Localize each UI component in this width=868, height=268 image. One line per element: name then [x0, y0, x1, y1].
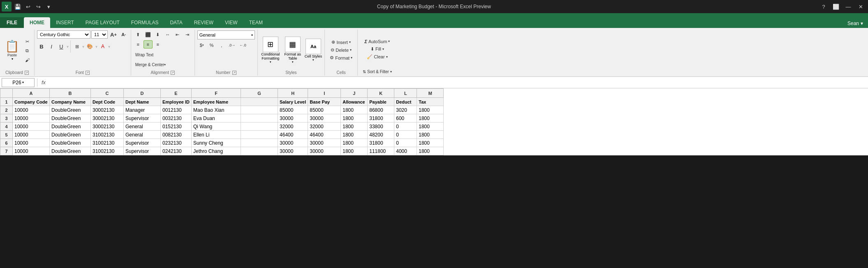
col-header-i[interactable]: I — [308, 89, 341, 98]
align-right-button[interactable]: ≡ — [153, 40, 162, 49]
cell-a6[interactable]: 10000 — [13, 139, 50, 147]
underline-button[interactable]: U — [57, 42, 66, 51]
restore-button[interactable]: ⬜ — [830, 1, 842, 12]
cell-j7[interactable]: 1800 — [341, 147, 368, 155]
cell-c2[interactable]: 30002130 — [91, 106, 124, 114]
paste-button[interactable]: 📋 Paste ▾ — [2, 39, 22, 62]
cell-j1[interactable]: Allowance — [341, 98, 368, 106]
tab-home[interactable]: HOME — [24, 17, 50, 28]
cell-j5[interactable]: 1800 — [341, 131, 368, 139]
col-header-g[interactable]: G — [241, 89, 278, 98]
cell-e3[interactable]: 0032130 — [161, 114, 192, 122]
cell-a3[interactable]: 10000 — [13, 114, 50, 122]
col-header-h[interactable]: H — [278, 89, 308, 98]
cell-j4[interactable]: 1800 — [341, 122, 368, 131]
insert-button[interactable]: ⊕ Insert ▾ — [329, 39, 353, 46]
tab-team[interactable]: TEAM — [243, 17, 269, 28]
cell-a2[interactable]: 10000 — [13, 106, 50, 114]
undo-button[interactable]: ↩ — [23, 2, 32, 11]
cell-e4[interactable]: 0152130 — [161, 122, 192, 131]
cell-h3[interactable]: 30000 — [278, 114, 308, 122]
decimal-increase-button[interactable]: .0→ — [227, 41, 237, 49]
align-middle-button[interactable]: ⬛ — [144, 30, 153, 39]
cell-b3[interactable]: DoubleGreen — [50, 114, 91, 122]
cell-a7[interactable]: 10000 — [13, 147, 50, 155]
cell-i3[interactable]: 30000 — [308, 114, 341, 122]
cell-f5[interactable]: Ellen Li — [192, 131, 241, 139]
cell-m2[interactable]: 1800 — [417, 106, 444, 114]
shrink-font-button[interactable]: A- — [119, 30, 128, 39]
cell-d2[interactable]: Manager — [124, 106, 161, 114]
col-header-b[interactable]: B — [50, 89, 91, 98]
cell-m1[interactable]: Tax — [417, 98, 444, 106]
col-header-f[interactable]: F — [192, 89, 241, 98]
dollar-button[interactable]: $ ▾ — [197, 41, 206, 49]
col-header-d[interactable]: D — [124, 89, 161, 98]
cell-g2[interactable] — [241, 106, 278, 114]
fill-button[interactable]: ⬇ Fill ▾ — [368, 46, 387, 53]
cell-h2[interactable]: 85000 — [278, 106, 308, 114]
cell-l1[interactable]: Deduct — [394, 98, 417, 106]
cell-i7[interactable]: 30000 — [308, 147, 341, 155]
cell-g7[interactable] — [241, 147, 278, 155]
font-color-button[interactable]: A — [98, 42, 107, 51]
align-center-button[interactable]: ≡ — [144, 40, 153, 49]
cell-m4[interactable]: 1800 — [417, 122, 444, 131]
cell-b1[interactable]: Company Name — [50, 98, 91, 106]
cell-h7[interactable]: 30000 — [278, 147, 308, 155]
cell-a5[interactable]: 10000 — [13, 131, 50, 139]
cell-k5[interactable]: 48200 — [368, 131, 394, 139]
col-header-l[interactable]: L — [394, 89, 417, 98]
cell-f6[interactable]: Sunny Cheng — [192, 139, 241, 147]
cell-h5[interactable]: 46400 — [278, 131, 308, 139]
row-number[interactable]: 6 — [0, 139, 13, 147]
cell-styles-button[interactable]: Aa Cell Styles ▾ — [305, 39, 322, 62]
help-button[interactable]: ? — [818, 1, 829, 12]
percent-button[interactable]: % — [207, 41, 216, 49]
align-top-button[interactable]: ⬆ — [134, 30, 143, 39]
cell-c4[interactable]: 30002130 — [91, 122, 124, 131]
cell-j3[interactable]: 1800 — [341, 114, 368, 122]
cell-g1[interactable] — [241, 98, 278, 106]
cell-j2[interactable]: 1800 — [341, 106, 368, 114]
decimal-decrease-button[interactable]: ←.0 — [238, 41, 248, 49]
cell-m3[interactable]: 1800 — [417, 114, 444, 122]
save-button[interactable]: 💾 — [13, 2, 22, 11]
format-button[interactable]: ⚙ Format ▾ — [327, 54, 355, 61]
cell-d3[interactable]: Supervisor — [124, 114, 161, 122]
cell-e7[interactable]: 0242130 — [161, 147, 192, 155]
cell-b2[interactable]: DoubleGreen — [50, 106, 91, 114]
cell-m5[interactable]: 1800 — [417, 131, 444, 139]
cell-b4[interactable]: DoubleGreen — [50, 122, 91, 131]
cell-b6[interactable]: DoubleGreen — [50, 139, 91, 147]
cell-k7[interactable]: 111800 — [368, 147, 394, 155]
delete-button[interactable]: ⊖ Delete ▾ — [328, 46, 354, 53]
format-painter-button[interactable]: 🖌 — [23, 56, 32, 64]
cell-d7[interactable]: Supervisor — [124, 147, 161, 155]
format-table-button[interactable]: ▦ Format as Table ▾ — [282, 37, 303, 64]
cell-g5[interactable] — [241, 131, 278, 139]
row-number[interactable]: 5 — [0, 131, 13, 139]
font-expand[interactable]: ↗ — [86, 71, 90, 75]
cell-e1[interactable]: Employee ID — [161, 98, 192, 106]
formula-input[interactable] — [49, 80, 866, 85]
minimize-button[interactable]: — — [843, 1, 854, 12]
conditional-formatting-button[interactable]: ⊞ Conditional Formatting ▾ — [260, 37, 281, 64]
cell-c5[interactable]: 31002130 — [91, 131, 124, 139]
cell-i2[interactable]: 85000 — [308, 106, 341, 114]
indent-increase-button[interactable]: ⇥ — [183, 30, 192, 39]
tab-formulas[interactable]: FORMULAS — [125, 17, 164, 28]
tab-review[interactable]: REVIEW — [188, 17, 219, 28]
cell-c1[interactable]: Dept Code — [91, 98, 124, 106]
cell-f1[interactable]: Employee Name — [192, 98, 241, 106]
cell-i5[interactable]: 46400 — [308, 131, 341, 139]
cell-g4[interactable] — [241, 122, 278, 131]
text-direction-button[interactable]: ↔ — [163, 30, 172, 39]
col-header-e[interactable]: E — [161, 89, 192, 98]
cell-k4[interactable]: 33800 — [368, 122, 394, 131]
col-header-c[interactable]: C — [91, 89, 124, 98]
font-name-dropdown[interactable]: Century Gothic — [37, 30, 90, 39]
cell-l6[interactable]: 0 — [394, 139, 417, 147]
cell-h6[interactable]: 30000 — [278, 139, 308, 147]
align-bottom-button[interactable]: ⬇ — [153, 30, 162, 39]
